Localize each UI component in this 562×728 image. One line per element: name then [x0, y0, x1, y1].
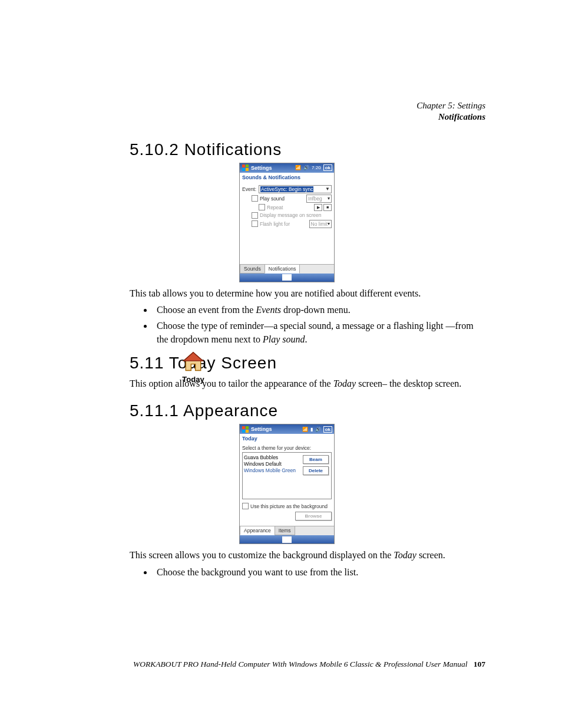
- windows-flag-icon: [242, 426, 249, 433]
- flash-light-label: Flash light for: [260, 221, 290, 227]
- today-side-icon: Today: [176, 350, 211, 384]
- repeat-checkbox[interactable]: [259, 204, 265, 210]
- signal-icon: 📶: [295, 165, 301, 170]
- list-item[interactable]: Guava Bubbles: [244, 454, 299, 460]
- chevron-down-icon: ▾: [328, 221, 330, 226]
- display-msg-label: Display message on screen: [260, 212, 321, 218]
- subheader: Today: [240, 434, 334, 443]
- bullet-1: Choose the background you want to use fr…: [153, 565, 485, 579]
- titlebar: Settings 📶 ▮ 🔊 ok: [240, 424, 334, 434]
- screenshot-notifications: Settings 📶 🔊 7:20 ok Sounds & Notificati…: [239, 163, 335, 282]
- flash-light-checkbox[interactable]: [252, 220, 258, 227]
- play-sound-checkbox[interactable]: [252, 195, 258, 202]
- tab-appearance[interactable]: Appearance: [240, 526, 275, 535]
- tab-notifications[interactable]: Notifications: [265, 265, 300, 274]
- flash-value: No limit: [311, 221, 328, 227]
- keyboard-icon[interactable]: [282, 536, 292, 543]
- play-sound-label: Play sound: [260, 196, 285, 202]
- house-icon: [180, 350, 206, 374]
- subheader: Sounds & Notifications: [240, 173, 334, 182]
- para-5-11-1: This screen allows you to customize the …: [130, 549, 485, 562]
- page-header: Chapter 5: Settings Notifications: [88, 100, 485, 123]
- chapter-line: Chapter 5: Settings: [88, 100, 485, 111]
- heading-5-11-1: 5.11.1 Appearance: [130, 401, 485, 420]
- page-footer: WORKABOUT PRO Hand-Held Computer With Wi…: [133, 660, 485, 669]
- display-msg-checkbox[interactable]: [252, 212, 258, 219]
- tabs: Appearance Items: [240, 526, 334, 535]
- bullet-2: Choose the type of reminder—a special so…: [153, 319, 485, 346]
- ok-button[interactable]: ok: [323, 426, 332, 433]
- bullets-5-10-2: Choose an event from the Events drop-dow…: [153, 303, 485, 347]
- heading-5-10-2: 5.10.2 Notifications: [130, 140, 485, 159]
- chevron-down-icon: ▾: [328, 196, 330, 201]
- footer-text: WORKABOUT PRO Hand-Held Computer With Wi…: [133, 660, 468, 668]
- sound-dropdown[interactable]: Infbeg ▾: [306, 195, 332, 203]
- keyboard-icon[interactable]: [282, 274, 292, 281]
- stop-icon[interactable]: ■: [323, 204, 332, 211]
- event-value: ActiveSync: Begin sync: [260, 186, 313, 192]
- windows-flag-icon: [242, 164, 249, 172]
- event-dropdown[interactable]: ActiveSync: Begin sync ▼: [259, 185, 332, 193]
- para-5-10-2: This tab allows you to determine how you…: [130, 287, 485, 300]
- theme-listbox[interactable]: Guava Bubbles Windows Default Windows Mo…: [242, 452, 332, 499]
- chevron-down-icon: ▼: [325, 186, 330, 192]
- browse-button[interactable]: Browse: [295, 512, 332, 521]
- prompt: Select a theme for your device:: [242, 445, 332, 451]
- tab-sounds[interactable]: Sounds: [240, 265, 265, 274]
- list-item[interactable]: Windows Mobile Green: [244, 467, 299, 473]
- bullets-5-11-1: Choose the background you want to use fr…: [153, 565, 485, 579]
- title: Settings: [251, 165, 272, 171]
- bottombar: [240, 535, 334, 543]
- topic-line: Notifications: [88, 111, 485, 123]
- sound-value: Infbeg: [308, 196, 322, 202]
- speaker-icon: 🔊: [315, 427, 321, 432]
- beam-button[interactable]: Beam: [303, 455, 329, 464]
- list-item[interactable]: Windows Default: [244, 461, 299, 467]
- page-number: 107: [474, 660, 485, 668]
- ok-button[interactable]: ok: [323, 164, 332, 171]
- clock: 7:20: [312, 165, 321, 170]
- speaker-icon: 🔊: [303, 165, 309, 170]
- bottombar: [240, 274, 334, 282]
- play-icon[interactable]: ▶: [314, 204, 322, 211]
- today-caption: Today: [176, 375, 211, 384]
- tabs: Sounds Notifications: [240, 264, 334, 274]
- delete-button[interactable]: Delete: [303, 466, 329, 475]
- use-picture-checkbox[interactable]: [242, 503, 249, 509]
- title: Settings: [251, 426, 272, 432]
- titlebar: Settings 📶 🔊 7:20 ok: [240, 163, 334, 173]
- screenshot-today-appearance: Settings 📶 ▮ 🔊 ok Today Select a theme f…: [239, 424, 335, 544]
- bullet-1: Choose an event from the Events drop-dow…: [153, 303, 485, 317]
- event-label: Event:: [242, 186, 256, 192]
- tab-items[interactable]: Items: [275, 526, 295, 535]
- repeat-label: Repeat: [267, 205, 283, 210]
- flash-dropdown[interactable]: No limit ▾: [309, 220, 332, 228]
- use-picture-label: Use this picture as the background: [250, 503, 328, 509]
- antenna-icon: ▮: [310, 427, 313, 432]
- signal-icon: 📶: [302, 427, 308, 432]
